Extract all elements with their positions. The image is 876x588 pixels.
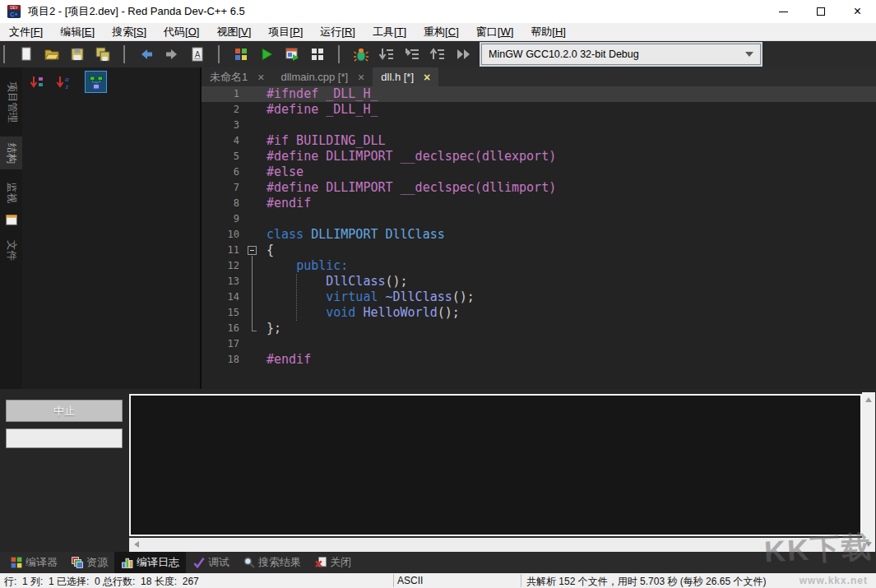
code-line[interactable]: 17 bbox=[202, 336, 876, 352]
code-area[interactable]: 1#ifndef _DLL_H_2#define _DLL_H_34#if BU… bbox=[202, 86, 876, 389]
continue-button[interactable] bbox=[452, 44, 474, 66]
line-number: 1 bbox=[202, 86, 244, 102]
step-out-button[interactable] bbox=[426, 44, 448, 66]
code-text: class DLLIMPORT DllClass bbox=[261, 227, 445, 243]
code-line[interactable]: 13 DllClass(); bbox=[202, 274, 876, 289]
bottom-tab-debug[interactable]: 调试 bbox=[186, 552, 236, 573]
code-line[interactable]: 12 public: bbox=[202, 258, 876, 274]
bottom-tab-label: 编译器 bbox=[25, 555, 58, 570]
maximize-button[interactable] bbox=[802, 0, 839, 23]
code-text: #if BUILDING_DLL bbox=[261, 133, 386, 149]
editor-tab-dll-h[interactable]: dll.h [*]× bbox=[373, 67, 438, 86]
save-button[interactable] bbox=[66, 44, 88, 66]
sidebar-tab-watch[interactable]: 监视 bbox=[0, 176, 22, 209]
bottom-tab-close[interactable]: 关闭 bbox=[308, 552, 358, 573]
sort-alphabetical-button[interactable]: az bbox=[52, 71, 74, 93]
menu-item-t[interactable]: 工具[T] bbox=[367, 23, 412, 41]
code-line[interactable]: 1#ifndef _DLL_H_ bbox=[202, 86, 876, 102]
tab-close-icon[interactable]: × bbox=[424, 71, 430, 84]
menu-item-r[interactable]: 运行[R] bbox=[314, 23, 361, 41]
sidebar-tab-label: 监视 bbox=[4, 183, 18, 203]
menu-item-h[interactable]: 帮助[H] bbox=[525, 23, 572, 41]
log-vertical-scrollbar[interactable] bbox=[862, 392, 875, 552]
line-number: 18 bbox=[202, 352, 244, 368]
editor-tab-untitled1[interactable]: 未命名1× bbox=[202, 67, 272, 86]
debug-button[interactable] bbox=[350, 44, 372, 66]
code-line[interactable]: 8#endif bbox=[202, 196, 876, 211]
compiler-select[interactable]: MinGW GCC10.2.0 32-bit Debug bbox=[481, 44, 761, 65]
code-line[interactable]: 4#if BUILDING_DLL bbox=[202, 133, 876, 149]
code-line[interactable]: 6#else bbox=[202, 164, 876, 180]
bottom-tab-resources[interactable]: 资源 bbox=[64, 552, 114, 573]
show-inherited-button[interactable] bbox=[85, 71, 107, 93]
fold-gutter bbox=[244, 118, 261, 133]
code-text: #define DLLIMPORT __declspec(dllimport) bbox=[261, 180, 556, 196]
code-line[interactable]: 18#endif bbox=[202, 352, 876, 368]
editor-tab-dllmain-cpp[interactable]: dllmain.cpp [*]× bbox=[272, 67, 373, 86]
menu-item-v[interactable]: 视图[V] bbox=[211, 23, 257, 41]
compile-button[interactable] bbox=[229, 44, 252, 66]
abort-button[interactable]: 中止 bbox=[6, 400, 123, 422]
compile-log-icon bbox=[121, 556, 134, 569]
bottom-tab-search-results[interactable]: 搜索结果 bbox=[236, 552, 308, 573]
fold-gutter[interactable] bbox=[244, 243, 261, 258]
bottom-tab-compiler[interactable]: 编译器 bbox=[3, 552, 64, 573]
step-into-button[interactable] bbox=[401, 44, 423, 66]
maximize-icon bbox=[817, 7, 825, 16]
find-in-files-button[interactable]: A bbox=[186, 44, 208, 66]
code-line[interactable]: 15 void HelloWorld(); bbox=[202, 305, 876, 321]
compile-log-output[interactable] bbox=[129, 394, 862, 536]
code-line[interactable]: 14 virtual ~DllClass(); bbox=[202, 289, 876, 305]
line-number: 4 bbox=[202, 133, 244, 149]
code-line[interactable]: 5#define DLLIMPORT __declspec(dllexport) bbox=[202, 149, 876, 164]
run-button[interactable] bbox=[255, 44, 277, 66]
compile-log-input[interactable] bbox=[6, 428, 123, 448]
code-line[interactable]: 2#define _DLL_H_ bbox=[202, 102, 876, 118]
open-file-button[interactable] bbox=[40, 44, 63, 66]
fold-gutter bbox=[244, 336, 261, 352]
rebuild-all-button[interactable] bbox=[306, 44, 328, 66]
menu-item-p[interactable]: 项目[P] bbox=[262, 23, 308, 41]
show-inherited-icon bbox=[88, 74, 104, 90]
code-line[interactable]: 9 bbox=[202, 211, 876, 227]
code-line[interactable]: 7#define DLLIMPORT __declspec(dllimport) bbox=[202, 180, 876, 196]
sort-by-type-button[interactable] bbox=[25, 71, 48, 93]
svg-text:z: z bbox=[64, 82, 68, 90]
scroll-left-icon[interactable] bbox=[134, 541, 139, 548]
compile-run-button[interactable] bbox=[280, 44, 303, 66]
toolbar: A MinGW GCC10.2.0 32-bit Debug bbox=[0, 41, 876, 67]
code-line[interactable]: 10class DLLIMPORT DllClass bbox=[202, 227, 876, 243]
menu-item-f[interactable]: 文件[F] bbox=[3, 23, 49, 41]
close-button[interactable]: × bbox=[839, 0, 876, 23]
code-line[interactable]: 11{ bbox=[202, 243, 876, 258]
step-over-button[interactable] bbox=[375, 44, 397, 66]
tab-close-icon[interactable]: × bbox=[358, 71, 364, 84]
log-horizontal-scrollbar[interactable] bbox=[129, 538, 862, 552]
menu-item-s[interactable]: 搜索[S] bbox=[106, 23, 152, 41]
save-all-button[interactable] bbox=[91, 44, 114, 66]
tab-close-icon[interactable]: × bbox=[257, 71, 264, 84]
forward-button[interactable] bbox=[160, 44, 183, 66]
line-number: 12 bbox=[202, 258, 244, 274]
sidebar-tab-files[interactable]: 文件 bbox=[0, 234, 22, 266]
new-file-button[interactable] bbox=[15, 44, 37, 66]
fold-gutter bbox=[244, 196, 261, 211]
back-button[interactable] bbox=[135, 44, 157, 66]
menu-item-c[interactable]: 重构[C] bbox=[418, 23, 465, 41]
menu-item-o[interactable]: 代码[O] bbox=[158, 23, 205, 41]
line-number: 14 bbox=[202, 289, 244, 305]
sidebar-tab-project[interactable]: 项目管理 bbox=[0, 74, 22, 130]
fold-gutter bbox=[244, 86, 261, 102]
fold-gutter bbox=[244, 211, 261, 227]
minimize-button[interactable] bbox=[765, 0, 802, 23]
scroll-up-icon[interactable] bbox=[865, 397, 872, 402]
menu-item-w[interactable]: 窗口[W] bbox=[470, 23, 520, 41]
code-line[interactable]: 3 bbox=[202, 118, 876, 133]
save-all-icon bbox=[95, 46, 111, 63]
code-line[interactable]: 16}; bbox=[202, 321, 876, 336]
sidebar-tab-structure[interactable]: 结构 bbox=[0, 137, 22, 169]
scroll-down-icon[interactable] bbox=[865, 542, 872, 547]
fold-gutter bbox=[244, 274, 261, 289]
menu-item-e[interactable]: 编辑[E] bbox=[54, 23, 100, 41]
bottom-tab-compile-log[interactable]: 编译日志 bbox=[114, 552, 186, 573]
